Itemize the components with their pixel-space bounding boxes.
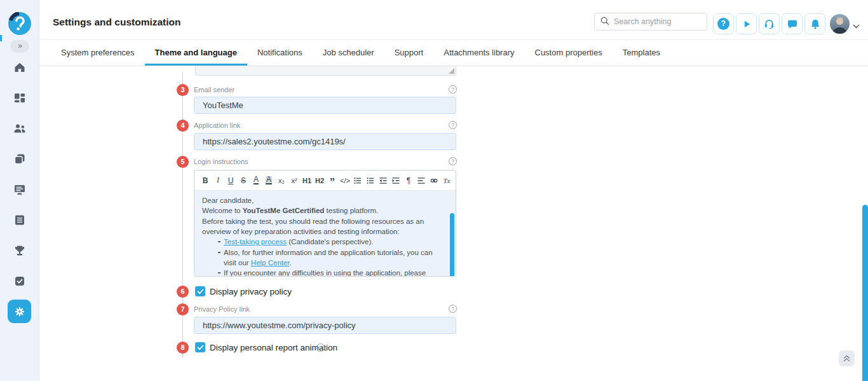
code-icon[interactable]: </> [340, 174, 350, 187]
tasks-check-icon[interactable] [13, 275, 26, 287]
indent-icon[interactable] [391, 174, 401, 187]
settings-form: 3 4 5 6 7 8 Email sender ? Application l… [39, 66, 868, 381]
search-box[interactable] [594, 13, 707, 31]
tab-custom-properties[interactable]: Custom properties [525, 40, 613, 66]
italic-icon[interactable]: I [213, 174, 223, 187]
unordered-list-icon[interactable] [365, 174, 376, 187]
superscript-icon[interactable]: x² [289, 174, 299, 187]
dashboard-icon[interactable] [13, 92, 26, 104]
search-icon [600, 16, 609, 28]
underline-icon[interactable]: U [226, 174, 236, 187]
check-icon [197, 289, 204, 294]
bullet-marker [218, 272, 220, 274]
link-icon[interactable] [429, 174, 439, 187]
bullet-marker [218, 252, 220, 253]
personal-report-animation-info-icon[interactable]: ? [316, 343, 325, 352]
editor-bullet: Also, for further information and the ap… [224, 247, 444, 268]
application-link-info-icon[interactable]: ? [449, 121, 457, 129]
email-sender-info-icon[interactable]: ? [449, 85, 457, 94]
notifications-button[interactable] [804, 13, 825, 34]
tests-icon[interactable] [13, 153, 26, 165]
annotation-badge-7: 7 [177, 303, 189, 315]
editor-line: Before taking the test, you should read … [202, 216, 444, 237]
help-center-link[interactable]: Help Center [251, 259, 290, 267]
page-scrollbar-thumb[interactable] [862, 205, 868, 381]
home-icon[interactable] [13, 61, 26, 74]
gear-icon [14, 306, 25, 317]
tab-templates[interactable]: Templates [613, 40, 670, 66]
achievements-trophy-icon[interactable] [13, 244, 26, 257]
login-instructions-editor: B I U S A A x₂ x² H1 H2 ” </> [194, 170, 456, 277]
chat-icon [787, 18, 798, 30]
editor-scrollbar[interactable] [450, 213, 454, 277]
settings-tabbar: System preferences Theme and language No… [39, 39, 868, 66]
user-avatar[interactable] [830, 14, 850, 34]
monitoring-icon[interactable] [13, 183, 26, 196]
display-privacy-policy-label: Display privacy policy [210, 287, 292, 296]
text-color-icon[interactable]: A [251, 174, 261, 187]
email-sender-input[interactable] [194, 97, 456, 114]
header: Settings and customization ? [39, 0, 868, 39]
double-chevron-up-icon [843, 354, 851, 363]
align-icon[interactable] [416, 174, 426, 187]
highlight-color-icon[interactable]: A [264, 174, 274, 187]
sidebar: » [0, 0, 39, 381]
tab-notifications[interactable]: Notifications [247, 40, 313, 66]
annotation-badge-8: 8 [177, 342, 189, 354]
display-personal-report-animation-checkbox[interactable] [195, 342, 205, 352]
strikethrough-icon[interactable]: S [238, 174, 248, 187]
youtestme-logo-icon[interactable] [8, 12, 31, 35]
annotation-badge-6: 6 [177, 286, 189, 298]
tab-support[interactable]: Support [384, 40, 434, 66]
application-link-input[interactable] [194, 133, 456, 150]
clear-formatting-icon[interactable]: Tx [442, 174, 452, 187]
chat-button[interactable] [782, 13, 803, 34]
avatar-menu-chevron-icon[interactable] [853, 20, 860, 32]
heading1-icon[interactable]: H1 [302, 174, 312, 187]
users-icon[interactable] [13, 122, 26, 135]
outdent-icon[interactable] [378, 174, 388, 187]
bell-icon [810, 18, 821, 30]
privacy-policy-link-input[interactable] [194, 317, 456, 334]
editor-bullet: Test-taking process (Candidate's perspec… [224, 237, 444, 247]
privacy-policy-link-label: Privacy Policy link [194, 305, 250, 313]
tab-system-preferences[interactable]: System preferences [51, 40, 145, 66]
subscript-icon[interactable]: x₂ [276, 174, 287, 187]
settings-nav-button-active[interactable] [8, 300, 31, 323]
resize-grip-icon[interactable] [449, 68, 454, 74]
email-sender-label: Email sender [194, 86, 234, 94]
help-icon: ? [717, 18, 729, 30]
display-privacy-policy-checkbox[interactable] [195, 286, 205, 296]
play-icon [741, 18, 752, 30]
annotation-badge-5: 5 [177, 156, 189, 168]
check-icon [197, 345, 204, 350]
heading2-icon[interactable]: H2 [315, 174, 325, 187]
blockquote-icon[interactable]: ” [327, 174, 337, 187]
login-instructions-label: Login instructions [194, 158, 248, 165]
editor-content[interactable]: Dear candidate, Welcome to YouTestMe Get… [194, 191, 456, 277]
paragraph-direction-icon[interactable]: ¶ [403, 174, 414, 187]
app-window: » [0, 0, 868, 381]
editor-toolbar: B I U S A A x₂ x² H1 H2 ” </> [194, 170, 456, 191]
reports-icon[interactable] [13, 214, 26, 226]
sidebar-active-indicator [0, 35, 2, 41]
privacy-policy-link-info-icon[interactable]: ? [449, 305, 457, 313]
tutorial-play-button[interactable] [736, 13, 757, 34]
bold-icon[interactable]: B [200, 174, 210, 187]
annotation-badge-4: 4 [177, 120, 189, 132]
tab-attachments-library[interactable]: Attachments library [433, 40, 524, 66]
help-button[interactable]: ? [713, 13, 734, 34]
tab-job-scheduler[interactable]: Job scheduler [313, 40, 384, 66]
scroll-to-top-button[interactable] [839, 350, 855, 366]
support-button[interactable] [759, 13, 780, 34]
sidebar-expand-button[interactable]: » [10, 40, 29, 53]
editor-bullet-list: Test-taking process (Candidate's perspec… [202, 237, 444, 277]
annotation-badge-3: 3 [177, 84, 189, 96]
cropped-textarea-bottom[interactable] [195, 66, 456, 76]
tab-theme-and-language[interactable]: Theme and language [145, 40, 247, 66]
test-taking-process-link[interactable]: Test-taking process [224, 238, 287, 246]
search-input[interactable] [614, 17, 696, 26]
bullet-marker [218, 241, 220, 242]
login-instructions-info-icon[interactable]: ? [449, 157, 457, 165]
ordered-list-icon[interactable] [353, 174, 363, 187]
